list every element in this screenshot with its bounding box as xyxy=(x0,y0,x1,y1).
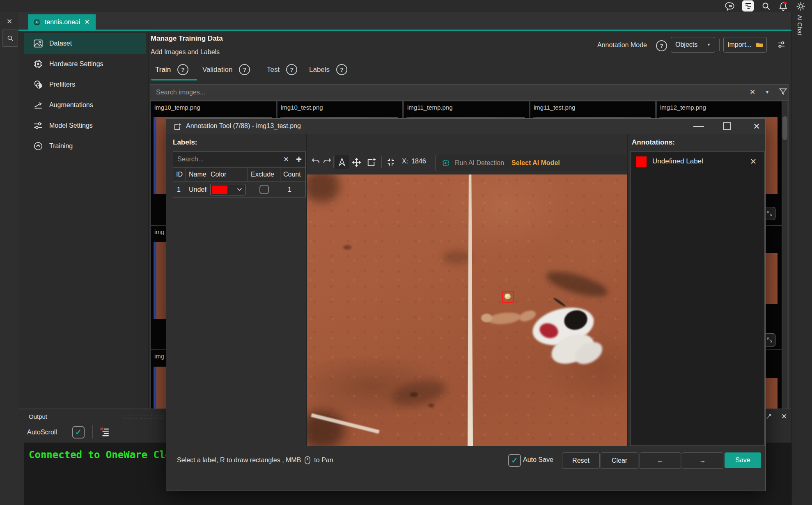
annotation-list-item[interactable]: Undefined Label ✕ xyxy=(631,152,764,171)
tab-validation[interactable]: Validation ? xyxy=(202,64,250,75)
panel-close-icon[interactable]: ✕ xyxy=(3,16,16,27)
search-icon[interactable] xyxy=(760,1,771,11)
col-exclude[interactable]: Exclude xyxy=(248,168,280,181)
court-shading xyxy=(410,392,418,397)
header-separator xyxy=(719,39,720,51)
col-name[interactable]: Name xyxy=(186,168,207,181)
save-button[interactable]: Save xyxy=(725,452,761,468)
clear-button[interactable]: Clear xyxy=(601,452,638,469)
notifications-bell-icon[interactable] xyxy=(778,0,789,11)
output-close-icon[interactable]: ✕ xyxy=(779,411,789,421)
tab-test[interactable]: Test ? xyxy=(267,64,297,75)
extension-list-icon[interactable] xyxy=(742,0,754,11)
draw-rectangle-tool-icon[interactable] xyxy=(364,155,378,169)
sidebar-item-augmentations[interactable]: Augmentations xyxy=(24,95,146,115)
label-count: 1 xyxy=(280,186,305,193)
select-ai-model-link[interactable]: Select AI Model xyxy=(512,159,560,167)
annotation-color-swatch xyxy=(636,156,647,167)
tab-test-help-icon[interactable]: ? xyxy=(286,64,297,75)
ai-chip-icon: AI xyxy=(441,158,451,168)
tab-validation-help-icon[interactable]: ? xyxy=(239,64,250,75)
grid-scrollbar-track[interactable] xyxy=(782,101,787,409)
hint-text-prefix: Select a label, R to draw rectangles , M… xyxy=(177,457,301,464)
select-tool-button[interactable] xyxy=(335,155,349,169)
tab-labels-help-icon[interactable]: ? xyxy=(336,64,347,75)
annotation-bounding-box[interactable] xyxy=(502,291,514,303)
next-image-button[interactable]: → xyxy=(682,452,723,469)
sidebar-item-label: Model Settings xyxy=(49,122,93,129)
run-ai-detection-group[interactable]: AI Run AI Detection Select AI Model xyxy=(436,155,627,171)
toolbar-separator xyxy=(333,156,334,168)
exclude-checkbox[interactable] xyxy=(259,185,269,194)
sliders-icon xyxy=(33,120,44,131)
tab-test-label: Test xyxy=(267,66,280,74)
ai-chat-panel-label[interactable]: AI Chat xyxy=(796,15,803,35)
reset-button[interactable]: Reset xyxy=(562,452,600,469)
labels-search-clear-icon[interactable]: ✕ xyxy=(280,155,292,164)
maximize-button[interactable] xyxy=(723,122,731,130)
annotation-mode-help-icon[interactable]: ? xyxy=(656,40,667,51)
import-label: Import... xyxy=(727,41,752,48)
rail-search-button[interactable] xyxy=(2,30,18,47)
view-options-sliders-icon[interactable] xyxy=(775,39,787,50)
dialog-close-button[interactable]: ✕ xyxy=(751,121,762,132)
filter-circles-icon xyxy=(33,79,44,90)
rail-search-icon xyxy=(7,34,14,42)
tab-validation-label: Validation xyxy=(202,66,232,74)
sidebar-item-prefilters[interactable]: Prefilters xyxy=(24,74,146,95)
search-dropdown-icon[interactable]: ▼ xyxy=(762,87,773,96)
sidebar-item-dataset[interactable]: Dataset xyxy=(24,33,146,54)
tab-labels-label: Labels xyxy=(309,66,330,74)
previous-image-button[interactable]: ← xyxy=(640,452,681,469)
expand-image-button[interactable] xyxy=(764,333,775,347)
clear-console-icon[interactable] xyxy=(99,426,111,438)
pan-tool-icon[interactable] xyxy=(349,155,363,169)
sidebar-item-label: Dataset xyxy=(49,40,72,47)
grid-scrollbar-thumb[interactable] xyxy=(782,116,787,140)
annotation-mode-dropdown[interactable]: Objects ▼ xyxy=(671,37,715,53)
filter-funnel-icon[interactable] xyxy=(777,86,789,97)
tab-train-help-icon[interactable]: ? xyxy=(177,64,188,75)
labels-search-input[interactable]: Search... ✕ + xyxy=(173,152,306,167)
fit-view-icon[interactable] xyxy=(384,155,398,169)
sidebar-item-training[interactable]: Training xyxy=(24,136,146,156)
expand-image-button[interactable] xyxy=(764,207,775,220)
annotations-heading: Annotations: xyxy=(632,138,675,147)
tab-labels[interactable]: Labels ? xyxy=(309,64,347,75)
tab-tennis-oneai[interactable]: AI tennis.oneai ✕ xyxy=(28,14,96,30)
output-tab-label[interactable]: Output xyxy=(29,413,47,420)
delete-annotation-icon[interactable]: ✕ xyxy=(748,156,759,167)
sidebar-item-model-settings[interactable]: Model Settings xyxy=(24,115,146,136)
label-row[interactable]: 1 Undefined 1 xyxy=(173,181,305,197)
sidebar-item-hardware-settings[interactable]: Hardware Settings xyxy=(24,54,146,74)
chat-icon[interactable] xyxy=(725,1,736,11)
label-exclude-cell xyxy=(248,185,280,194)
pin-icon[interactable] xyxy=(764,411,774,421)
settings-gear-icon[interactable] xyxy=(795,1,806,11)
annotation-canvas[interactable] xyxy=(307,174,627,446)
chevron-down-icon xyxy=(237,188,242,191)
image-search-placeholder: Search images... xyxy=(156,89,205,96)
import-button[interactable]: Import... xyxy=(723,37,767,53)
tab-train[interactable]: Train ? xyxy=(155,64,188,75)
search-clear-icon[interactable]: ✕ xyxy=(747,87,758,97)
col-count[interactable]: Count xyxy=(280,168,305,181)
image-search-input[interactable]: Search images... xyxy=(150,84,789,101)
labels-heading: Labels: xyxy=(173,138,197,147)
tab-close-icon[interactable]: ✕ xyxy=(84,18,89,26)
image-icon xyxy=(33,38,44,49)
col-color[interactable]: Color xyxy=(207,168,248,181)
label-color-dropdown[interactable] xyxy=(210,184,245,195)
player-arm xyxy=(488,311,521,326)
player-hand xyxy=(481,314,492,322)
col-id[interactable]: ID xyxy=(173,168,186,181)
add-label-button[interactable]: + xyxy=(292,154,305,165)
chevron-down-icon: ▼ xyxy=(707,43,711,47)
minimize-button[interactable] xyxy=(693,126,704,127)
auto-save-checkbox[interactable]: ✓ xyxy=(508,454,521,467)
redo-icon[interactable] xyxy=(321,155,333,168)
undo-icon[interactable] xyxy=(310,155,322,168)
autoscroll-checkbox[interactable]: ✓ xyxy=(72,426,85,438)
close-glyph: ✕ xyxy=(781,412,787,421)
panel-divider[interactable] xyxy=(627,134,628,446)
